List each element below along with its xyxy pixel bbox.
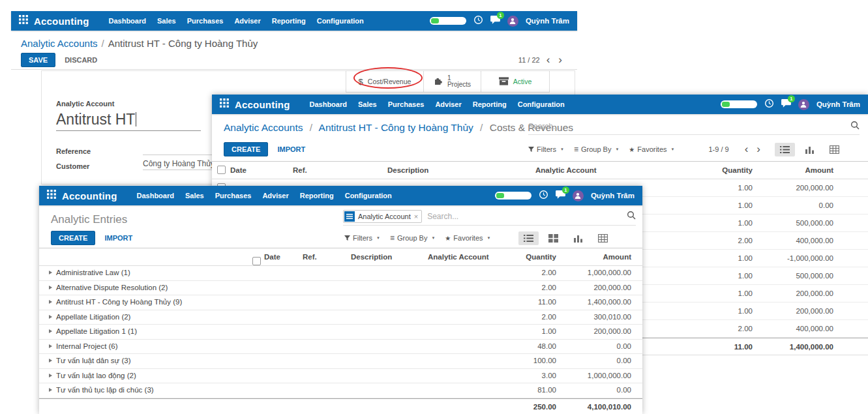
search-input[interactable] [427,212,627,221]
user-name[interactable]: Quỳnh Trâm [816,100,860,108]
user-avatar[interactable] [507,16,518,27]
column-quantity[interactable]: Quantity [668,166,753,174]
app-name[interactable]: Accounting [62,190,117,201]
menu-item[interactable]: Purchases [215,192,252,200]
search-input[interactable] [528,122,850,131]
create-button[interactable]: CREATE [51,231,95,245]
apps-menu-icon[interactable] [220,98,229,110]
facet-remove-icon[interactable]: × [413,213,421,220]
list-view-button[interactable] [775,143,795,156]
menu-item[interactable]: Adviser [262,192,288,200]
user-name[interactable]: Quỳnh Trâm [526,17,569,25]
menu-item[interactable]: Reporting [300,192,334,200]
group-row[interactable]: Appellate Litigation (2) 2.00 300,010.00 [39,310,642,325]
column-ref[interactable]: Ref. [293,166,387,174]
expand-triangle-icon[interactable] [49,374,52,377]
cost-revenue-button[interactable]: $ Cost/Revenue [346,71,423,92]
breadcrumb-analytic-accounts[interactable]: Analytic Accounts [21,38,98,49]
app-name[interactable]: Accounting [34,16,89,27]
menu-item[interactable]: Configuration [518,100,565,108]
column-amount[interactable]: Amount [556,253,631,261]
menu-item[interactable]: Reporting [473,100,507,108]
analytic-account-input[interactable]: Antitrust HT [56,110,201,131]
expand-triangle-icon[interactable] [49,388,52,392]
group-by-dropdown[interactable]: ≡Group By▼ [574,145,619,153]
favorites-dropdown[interactable]: ★Favorites▼ [445,234,490,242]
timer-progress-bar[interactable] [495,192,531,200]
menu-item[interactable]: Dashboard [310,100,347,108]
group-row[interactable]: Appellate Litigation 1 (1) 1.00 200,000.… [39,325,642,340]
graph-view-button[interactable] [568,231,588,245]
kanban-view-button[interactable] [543,231,563,245]
list-view-button[interactable] [518,231,539,245]
expand-triangle-icon[interactable] [49,271,52,274]
apps-menu-icon[interactable] [19,15,28,27]
expand-triangle-icon[interactable] [49,344,52,348]
column-analytic-account[interactable]: Analytic Account [535,166,668,174]
select-all-checkbox[interactable] [217,166,226,174]
projects-button[interactable]: 1Projects [423,71,481,92]
group-row[interactable]: Tư vấn luật dân sự (3) 100.00 0.00 [39,354,642,369]
expand-triangle-icon[interactable] [49,286,52,289]
activities-clock-icon[interactable] [764,98,774,111]
menu-item[interactable]: Dashboard [109,17,146,25]
pager-next-icon[interactable]: › [755,145,762,153]
menu-item[interactable]: Adviser [435,100,461,108]
column-date[interactable]: Date [230,166,293,174]
pivot-view-button[interactable] [824,143,845,156]
pager-previous-icon[interactable]: ‹ [743,145,751,153]
group-by-dropdown[interactable]: ≡Group By▼ [390,234,435,242]
column-quantity[interactable]: Quantity [491,253,556,261]
group-row[interactable]: Alternative Dispute Resolution (2) 2.00 … [39,281,642,296]
apps-menu-icon[interactable] [47,190,56,201]
menu-item[interactable]: Configuration [345,192,392,200]
expand-triangle-icon[interactable] [49,300,52,304]
app-name[interactable]: Accounting [235,99,290,110]
import-button[interactable]: IMPORT [104,234,132,242]
menu-item[interactable]: Purchases [388,100,425,108]
save-button[interactable]: SAVE [21,53,55,67]
expand-triangle-icon[interactable] [49,359,52,362]
group-row[interactable]: Antitrust HT - Công ty Hoàng Thủy (9) 11… [39,295,642,310]
active-button[interactable]: Active [481,71,549,92]
menu-item[interactable]: Configuration [317,17,364,25]
search-icon[interactable] [850,121,860,132]
activities-clock-icon[interactable] [473,15,483,27]
column-amount[interactable]: Amount [753,166,833,174]
breadcrumb-record[interactable]: Antitrust HT - Công ty Hoàng Thủy [319,122,473,133]
select-all-checkbox[interactable] [252,257,261,265]
timer-progress-bar[interactable] [430,17,466,25]
column-description[interactable]: Description [351,253,392,261]
pager-next-icon[interactable]: › [556,56,564,64]
create-button[interactable]: CREATE [224,142,268,156]
user-avatar[interactable] [573,190,584,201]
filters-dropdown[interactable]: Filters▼ [344,234,380,242]
discard-button[interactable]: DISCARD [65,56,97,64]
breadcrumb-analytic-accounts[interactable]: Analytic Accounts [224,122,303,133]
menu-item[interactable]: Sales [157,17,176,25]
search-facet[interactable]: Analytic Account × [343,210,422,223]
expand-triangle-icon[interactable] [49,329,52,333]
column-date[interactable]: Date [264,253,280,261]
user-avatar[interactable] [798,99,809,110]
menu-item[interactable]: Sales [185,192,204,200]
messages-icon[interactable]: 1 [556,190,565,201]
messages-icon[interactable]: 1 [781,98,791,110]
pivot-view-button[interactable] [593,231,613,245]
import-button[interactable]: IMPORT [277,145,305,153]
menu-item[interactable]: Purchases [187,17,224,25]
graph-view-button[interactable] [800,143,820,156]
group-row[interactable]: Tư vấn thủ tục lập di chúc (3) 81.00 0.0… [39,383,642,398]
favorites-dropdown[interactable]: ★Favorites▼ [629,145,674,153]
search-icon[interactable] [627,211,636,222]
pager-previous-icon[interactable]: ‹ [545,56,552,64]
menu-item[interactable]: Dashboard [137,192,174,200]
activities-clock-icon[interactable] [539,190,548,202]
column-analytic-account[interactable]: Analytic Account [428,253,489,261]
group-row[interactable]: Internal Project (6) 48.00 0.00 [39,340,642,355]
group-row[interactable]: Administrative Law (1) 2.00 1,000,000.00 [39,266,642,281]
user-name[interactable]: Quỳnh Trâm [591,192,635,200]
filters-dropdown[interactable]: Filters▼ [528,145,564,153]
timer-progress-bar[interactable] [721,100,757,108]
messages-icon[interactable]: 1 [490,15,500,27]
